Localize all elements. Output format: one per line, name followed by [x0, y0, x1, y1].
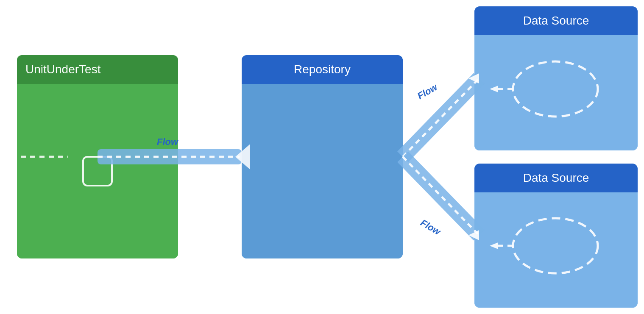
- diagram-container: UnitUnderTest Repository Data Source Dat…: [0, 0, 644, 314]
- data-source-top-box: Data Source: [474, 6, 638, 150]
- flow-label-bottom: Flow: [419, 217, 443, 238]
- square-icon: [82, 156, 113, 186]
- unit-under-test-body: [17, 84, 178, 258]
- repository-body: [242, 84, 403, 258]
- data-source-top-body: [474, 35, 638, 150]
- svg-line-6: [403, 78, 479, 157]
- flow-label-top: Flow: [415, 81, 440, 102]
- data-source-bottom-header: Data Source: [474, 164, 638, 192]
- data-source-top-title: Data Source: [523, 14, 589, 27]
- unit-under-test-title: UnitUnderTest: [25, 63, 100, 76]
- repository-box: Repository: [242, 55, 403, 258]
- svg-line-12: [403, 157, 479, 235]
- svg-line-7: [403, 78, 479, 157]
- unit-under-test-header: UnitUnderTest: [17, 55, 178, 84]
- data-source-bottom-body: [474, 192, 638, 308]
- repository-header: Repository: [242, 55, 403, 84]
- data-source-bottom-box: Data Source: [474, 164, 638, 308]
- repository-title: Repository: [294, 63, 351, 76]
- data-source-bottom-title: Data Source: [523, 171, 589, 184]
- unit-under-test-box: UnitUnderTest: [17, 55, 178, 258]
- svg-line-13: [403, 157, 479, 235]
- data-source-top-header: Data Source: [474, 6, 638, 35]
